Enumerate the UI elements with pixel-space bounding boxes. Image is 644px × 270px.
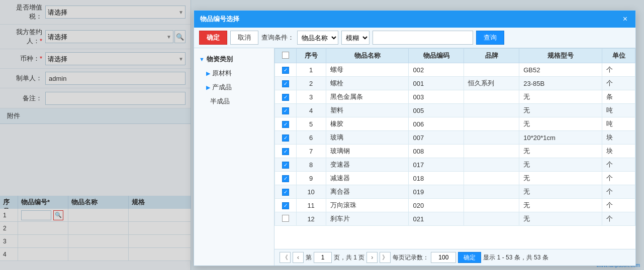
cell-code-5: 007	[409, 131, 464, 145]
cell-unit-11: 个	[602, 212, 635, 226]
row-checkbox-7[interactable]: ✓	[282, 162, 289, 169]
last-page-button[interactable]: 》	[380, 252, 391, 263]
cell-brand-1: 恒久系列	[464, 77, 519, 90]
th-unit: 单位	[602, 49, 635, 63]
cell-seq-4: 5	[296, 117, 326, 131]
tree-item-raw[interactable]: ▶ 原材料	[194, 66, 274, 80]
table-row[interactable]: ✓ 2 螺栓 001 恒久系列 23-85B 个	[275, 77, 635, 90]
row-checkbox-6[interactable]: ✓	[282, 148, 289, 155]
cell-spec-8: 无	[519, 172, 602, 185]
modal-toolbar: 确定 取消 查询条件： 物品名称 模糊 查询	[194, 28, 635, 48]
cell-brand-9	[464, 185, 519, 199]
table-row[interactable]: ✓ 8 变速器 017 无 个	[275, 158, 635, 172]
cell-seq-8: 9	[296, 172, 326, 185]
cell-code-0: 002	[409, 63, 464, 77]
cell-spec-9: 无	[519, 185, 602, 199]
table-row[interactable]: ✓ 3 黑色金属条 003 无 条	[275, 90, 635, 104]
modal-title: 物品编号选择	[200, 15, 239, 24]
cell-name-0: 螺母	[326, 63, 409, 77]
cell-seq-11: 12	[296, 212, 326, 226]
cell-name-3: 塑料	[326, 104, 409, 117]
row-checkbox-1[interactable]: ✓	[282, 80, 289, 87]
tree-item-product[interactable]: ▶ 产成品	[194, 80, 274, 94]
query-label: 查询条件：	[261, 33, 294, 42]
table-wrapper[interactable]: 序号 物品名称 物品编码 品牌 规格型号 单位 ✓ 1 螺母 002 GB52 …	[274, 48, 635, 249]
cell-unit-10: 个	[602, 199, 635, 212]
first-page-button[interactable]: 《	[280, 252, 291, 263]
next-page-button[interactable]: ›	[366, 252, 378, 263]
cell-spec-6: 无	[519, 145, 602, 158]
cell-code-9: 019	[409, 185, 464, 199]
query-field-select[interactable]: 物品名称	[297, 31, 338, 45]
confirm-button[interactable]: 确定	[199, 31, 227, 45]
modal-dialog: 物品编号选择 × 确定 取消 查询条件： 物品名称 模糊 查询 ▼ 物资类别 ▶…	[194, 10, 636, 266]
query-button[interactable]: 查询	[476, 31, 504, 45]
th-seq: 序号	[296, 49, 326, 63]
cell-unit-5: 块	[602, 131, 635, 145]
page-input[interactable]	[314, 252, 332, 263]
records-input[interactable]	[431, 252, 456, 263]
modal-footer: 《 ‹ 第 页，共 1 页 › 》 每页记录数： 确定 显示 1 - 53 条，…	[274, 249, 635, 265]
footer-confirm-button[interactable]: 确定	[458, 252, 481, 263]
th-name: 物品名称	[326, 49, 409, 63]
row-checkbox-5[interactable]: ✓	[282, 134, 289, 142]
row-checkbox-11[interactable]	[282, 215, 289, 222]
modal-titlebar: 物品编号选择 ×	[194, 11, 635, 28]
select-all-checkbox[interactable]	[282, 52, 289, 59]
table-row[interactable]: ✓ 9 减速器 018 无 个	[275, 172, 635, 185]
row-checkbox-0[interactable]: ✓	[282, 67, 289, 74]
th-code: 物品编码	[409, 49, 464, 63]
row-checkbox-10[interactable]: ✓	[282, 202, 289, 209]
modal-close-button[interactable]: ×	[621, 15, 629, 24]
cell-code-7: 017	[409, 158, 464, 172]
table-row[interactable]: ✓ 6 玻璃 007 10*20*1cm 块	[275, 131, 635, 145]
cell-unit-7: 个	[602, 158, 635, 172]
prev-page-button[interactable]: ‹	[293, 252, 304, 263]
table-row[interactable]: ✓ 4 塑料 005 无 吨	[275, 104, 635, 117]
row-checkbox-3[interactable]: ✓	[282, 107, 289, 114]
cell-name-10: 万向滚珠	[326, 199, 409, 212]
cell-name-9: 离合器	[326, 185, 409, 199]
cell-brand-11	[464, 212, 519, 226]
query-search-input[interactable]	[373, 31, 473, 45]
cell-name-11: 刹车片	[326, 212, 409, 226]
cell-unit-8: 个	[602, 172, 635, 185]
cell-seq-2: 3	[296, 90, 326, 104]
row-checkbox-9[interactable]: ✓	[282, 189, 289, 196]
cell-unit-0: 个	[602, 63, 635, 77]
row-checkbox-4[interactable]: ✓	[282, 121, 289, 128]
tree-root-label: 物资类别	[207, 55, 233, 64]
row-checkbox-2[interactable]: ✓	[282, 94, 289, 101]
query-mode-select[interactable]: 模糊	[341, 31, 370, 45]
cell-unit-9: 个	[602, 185, 635, 199]
table-row[interactable]: 12 刹车片 021 无 个	[275, 212, 635, 226]
cell-seq-1: 2	[296, 77, 326, 90]
tree-root[interactable]: ▼ 物资类别	[194, 52, 274, 66]
cell-brand-2	[464, 90, 519, 104]
cancel-button[interactable]: 取消	[230, 31, 258, 45]
table-row[interactable]: ✓ 10 离合器 019 无 个	[275, 185, 635, 199]
table-row[interactable]: ✓ 1 螺母 002 GB52 个	[275, 63, 635, 77]
table-body: ✓ 1 螺母 002 GB52 个 ✓ 2 螺栓 001 恒久系列 23-85B…	[275, 63, 635, 226]
row-checkbox-8[interactable]: ✓	[282, 175, 289, 182]
tree-item-label-1: 产成品	[212, 83, 232, 92]
cell-brand-7	[464, 158, 519, 172]
records-label: 每页记录数：	[393, 253, 429, 262]
cell-spec-0: GB52	[519, 63, 602, 77]
cell-spec-1: 23-85B	[519, 77, 602, 90]
cell-spec-3: 无	[519, 104, 602, 117]
table-row[interactable]: ✓ 11 万向滚珠 020 无 个	[275, 199, 635, 212]
tree-item-label-0: 原材料	[212, 69, 232, 78]
table-row[interactable]: ✓ 5 橡胶 006 无 吨	[275, 117, 635, 131]
table-row[interactable]: ✓ 7 玻璃钢 008 无 块	[275, 145, 635, 158]
cell-unit-2: 条	[602, 90, 635, 104]
modal-table-area: 序号 物品名称 物品编码 品牌 规格型号 单位 ✓ 1 螺母 002 GB52 …	[274, 48, 635, 265]
cell-seq-0: 1	[296, 63, 326, 77]
cell-code-8: 018	[409, 172, 464, 185]
table-header-row: 序号 物品名称 物品编码 品牌 规格型号 单位	[275, 49, 635, 63]
cell-brand-8	[464, 172, 519, 185]
cell-brand-3	[464, 104, 519, 117]
tree-item-semifinished[interactable]: 半成品	[194, 94, 274, 108]
cell-name-7: 变速器	[326, 158, 409, 172]
cell-name-6: 玻璃钢	[326, 145, 409, 158]
